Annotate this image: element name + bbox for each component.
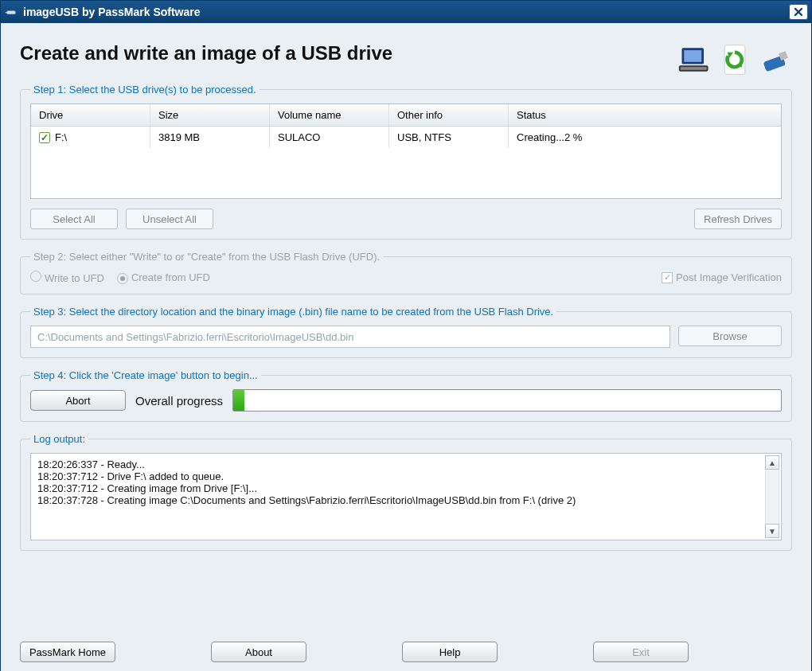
progress-label: Overall progress bbox=[135, 394, 223, 408]
step4-legend: Step 4: Click the 'Create image' button … bbox=[30, 369, 261, 381]
step3-legend: Step 3: Select the directory location an… bbox=[30, 306, 556, 318]
radio-create[interactable]: Create from UFD bbox=[117, 271, 210, 284]
browse-button[interactable]: Browse bbox=[678, 326, 782, 346]
drive-volume: SULACO bbox=[270, 127, 389, 148]
path-input[interactable]: C:\Documents and Settings\Fabrizio.ferri… bbox=[30, 326, 670, 348]
app-icon bbox=[4, 5, 18, 19]
step2-legend: Step 2: Select either "Write" to or "Cre… bbox=[30, 251, 383, 263]
window-title: imageUSB by PassMark Software bbox=[23, 6, 201, 18]
app-window: imageUSB by PassMark Software Create and… bbox=[0, 0, 812, 671]
step3-group: Step 3: Select the directory location an… bbox=[20, 306, 792, 358]
page-title: Create and write an image of a USB drive bbox=[20, 42, 677, 64]
step2-group: Step 2: Select either "Write" to or "Cre… bbox=[20, 251, 792, 295]
passmark-home-button[interactable]: PassMark Home bbox=[20, 642, 115, 662]
step1-legend: Step 1: Select the USB drive(s) to be pr… bbox=[30, 84, 260, 96]
exit-button[interactable]: Exit bbox=[593, 642, 689, 662]
log-line: 18:20:26:337 - Ready... bbox=[37, 458, 775, 470]
log-scrollbar[interactable]: ▲ ▼ bbox=[765, 455, 779, 538]
col-drive[interactable]: Drive bbox=[31, 104, 150, 126]
step4-group: Step 4: Click the 'Create image' button … bbox=[20, 369, 792, 422]
log-line: 18:20:37:712 - Creating image from Drive… bbox=[37, 482, 775, 494]
log-line: 18:20:37:712 - Drive F:\ added to queue. bbox=[37, 470, 775, 482]
about-button[interactable]: About bbox=[211, 642, 306, 662]
scroll-up-icon[interactable]: ▲ bbox=[765, 455, 779, 470]
post-verify-checkbox[interactable]: ✓Post Image Verification bbox=[662, 271, 782, 283]
header-illustration bbox=[677, 42, 792, 77]
select-all-button[interactable]: Select All bbox=[30, 209, 118, 229]
log-output[interactable]: 18:20:26:337 - Ready... 18:20:37:712 - D… bbox=[30, 453, 782, 540]
titlebar[interactable]: imageUSB by PassMark Software bbox=[1, 1, 811, 23]
abort-button[interactable]: Abort bbox=[30, 390, 126, 411]
col-size[interactable]: Size bbox=[150, 104, 270, 126]
drive-letter: F:\ bbox=[55, 131, 67, 143]
progress-bar bbox=[232, 389, 782, 412]
drive-size: 3819 MB bbox=[150, 127, 270, 148]
drive-row[interactable]: ✓F:\ 3819 MB SULACO USB, NTFS Creating..… bbox=[31, 127, 781, 148]
refresh-document-icon bbox=[717, 42, 752, 77]
drive-checkbox[interactable]: ✓ bbox=[39, 132, 50, 143]
refresh-drives-button[interactable]: Refresh Drives bbox=[694, 209, 782, 229]
log-line: 18:20:37:728 - Creating image C:\Documen… bbox=[37, 494, 775, 506]
help-button[interactable]: Help bbox=[402, 642, 498, 662]
col-status[interactable]: Status bbox=[509, 104, 781, 126]
drive-list: Drive Size Volume name Other info Status… bbox=[30, 103, 782, 199]
step1-group: Step 1: Select the USB drive(s) to be pr… bbox=[20, 84, 792, 240]
usb-drive-icon bbox=[757, 42, 792, 77]
svg-rect-5 bbox=[681, 67, 707, 70]
svg-rect-1 bbox=[6, 12, 8, 13]
col-other[interactable]: Other info bbox=[389, 104, 509, 126]
drive-other: USB, NTFS bbox=[389, 127, 509, 148]
unselect-all-button[interactable]: Unselect All bbox=[126, 209, 213, 229]
scroll-track[interactable] bbox=[765, 470, 779, 524]
log-group: Log output: 18:20:26:337 - Ready... 18:2… bbox=[20, 433, 792, 551]
drive-list-header: Drive Size Volume name Other info Status bbox=[31, 104, 781, 127]
log-legend: Log output: bbox=[30, 433, 88, 445]
computer-icon bbox=[677, 42, 712, 77]
drive-status: Creating...2 % bbox=[509, 127, 781, 148]
svg-rect-3 bbox=[684, 50, 701, 62]
progress-fill bbox=[233, 390, 244, 411]
svg-rect-0 bbox=[7, 11, 16, 14]
footer: PassMark Home About Help Exit bbox=[20, 634, 792, 662]
scroll-down-icon[interactable]: ▼ bbox=[765, 524, 779, 538]
close-button[interactable] bbox=[789, 4, 808, 20]
radio-write[interactable]: Write to UFD bbox=[30, 271, 104, 284]
col-volume[interactable]: Volume name bbox=[270, 104, 389, 126]
